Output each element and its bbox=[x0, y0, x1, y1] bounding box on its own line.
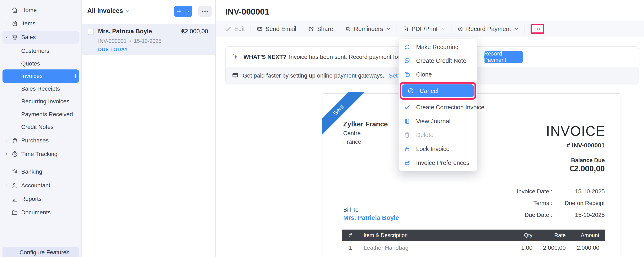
menu-item-lock-invoice[interactable]: Lock Invoice bbox=[399, 142, 477, 156]
credit-note-icon bbox=[404, 57, 411, 64]
company-address-line: France bbox=[343, 138, 388, 145]
sidebar-item-home[interactable]: Home bbox=[0, 4, 82, 16]
home-icon bbox=[11, 7, 18, 14]
configure-features-label: Configure Features bbox=[20, 249, 70, 256]
pdf-file-icon bbox=[402, 26, 409, 32]
bill-to-name-link[interactable]: Mrs. Patricia Boyle bbox=[343, 214, 399, 221]
sidebar-item-quotes[interactable]: Quotes bbox=[0, 58, 82, 70]
sidebar-item-sales-receipts[interactable]: Sales Receipts bbox=[0, 83, 82, 95]
menu-item-invoice-preferences[interactable]: Invoice Preferences bbox=[399, 156, 477, 170]
send-email-button[interactable]: Send Email bbox=[256, 26, 296, 33]
trash-icon bbox=[404, 131, 411, 138]
invoice-amount: €2.000,00 bbox=[181, 28, 208, 35]
list-more-button[interactable] bbox=[198, 6, 212, 17]
record-payment-icon bbox=[457, 26, 464, 32]
sidebar-item-label: Sales Receipts bbox=[21, 86, 60, 92]
sidebar-item-items[interactable]: Items bbox=[0, 18, 82, 29]
bill-to-label: Bill To bbox=[343, 206, 358, 213]
sidebar-item-reports[interactable]: Reports bbox=[0, 193, 82, 205]
plus-icon[interactable] bbox=[174, 6, 184, 17]
reports-icon bbox=[11, 195, 18, 202]
sidebar-item-label: Credit Notes bbox=[21, 124, 54, 130]
cancel-highlight-box: Cancel bbox=[400, 82, 476, 100]
chevron-right-icon[interactable] bbox=[4, 22, 9, 26]
invoice-list-item[interactable]: Mrs. Patricia Boyle €2.000,00 INV-000001… bbox=[82, 24, 215, 55]
sidebar-item-customers[interactable]: Customers bbox=[0, 45, 82, 57]
payment-gateway-icon bbox=[232, 72, 239, 79]
menu-item-make-recurring[interactable]: Make Recurring bbox=[399, 40, 477, 54]
chevron-down-icon bbox=[514, 27, 519, 31]
sidebar-item-label: Quotes bbox=[21, 60, 40, 67]
sidebar-item-purchases[interactable]: Purchases bbox=[0, 135, 82, 146]
sidebar-item-recurring-invoices[interactable]: Recurring Invoices bbox=[0, 96, 82, 107]
sidebar-item-credit-notes[interactable]: Credit Notes bbox=[0, 121, 82, 133]
row-checkbox[interactable] bbox=[88, 29, 94, 35]
invoice-date: 15-10-2025 bbox=[134, 38, 162, 44]
item-name: Leather Handbag bbox=[357, 244, 501, 251]
company-address-line: Centre bbox=[343, 130, 388, 137]
list-header: All Invoices bbox=[82, 0, 215, 24]
add-invoice-icon[interactable] bbox=[72, 73, 78, 79]
sidebar-item-sales[interactable]: Sales bbox=[2, 31, 79, 44]
make-recurring-icon bbox=[404, 44, 411, 51]
chevron-down-icon[interactable] bbox=[4, 35, 9, 39]
chevron-down-icon bbox=[441, 27, 446, 31]
edit-button[interactable]: Edit bbox=[226, 26, 245, 33]
sidebar-item-payments-received[interactable]: Payments Received bbox=[0, 109, 82, 120]
balance-due-value: €2.000,00 bbox=[570, 164, 605, 173]
invoice-number: INV-000001 bbox=[98, 38, 126, 44]
chevron-right-icon[interactable] bbox=[4, 138, 9, 143]
record-payment-menu-button[interactable]: Record Payment bbox=[457, 26, 519, 33]
more-actions-button-highlighted[interactable] bbox=[530, 24, 544, 34]
clone-icon bbox=[404, 71, 411, 78]
list-filter-dropdown[interactable]: All Invoices bbox=[87, 7, 130, 15]
divider bbox=[396, 25, 397, 33]
gateways-text: Get paid faster by setting up online pay… bbox=[243, 72, 384, 79]
document-title: INVOICE bbox=[546, 123, 605, 139]
sidebar: Home Items Sales Customers Quotes Invoic… bbox=[0, 0, 82, 257]
due-date-row: Due Date : 15-10-2025 bbox=[463, 212, 605, 218]
items-bag-icon bbox=[11, 20, 18, 27]
pdf-print-button[interactable]: PDF/Print bbox=[402, 26, 446, 33]
configure-features-button[interactable]: Configure Features bbox=[2, 246, 79, 257]
chevron-right-icon bbox=[64, 249, 70, 255]
chevron-right-icon[interactable] bbox=[4, 152, 9, 156]
divider bbox=[550, 25, 550, 33]
whats-next-label: WHAT'S NEXT? bbox=[244, 54, 286, 60]
divider bbox=[215, 0, 216, 257]
record-payment-button[interactable]: Record Payment bbox=[484, 51, 523, 63]
sidebar-item-invoices[interactable]: Invoices bbox=[2, 70, 79, 83]
sidebar-item-accountant[interactable]: Accountant bbox=[0, 180, 82, 191]
chevron-down-icon[interactable] bbox=[184, 6, 192, 17]
sidebar-item-label: Reports bbox=[21, 196, 42, 202]
share-icon bbox=[308, 26, 314, 32]
sidebar-item-time-tracking[interactable]: Time Tracking bbox=[0, 148, 82, 160]
cancel-icon bbox=[407, 87, 414, 94]
balance-due-label: Balance Due bbox=[571, 157, 605, 164]
chevron-down-icon bbox=[386, 27, 391, 31]
pencil-icon bbox=[226, 26, 232, 32]
share-button[interactable]: Share bbox=[308, 26, 333, 33]
sidebar-item-label: Invoices bbox=[21, 73, 42, 79]
divider bbox=[250, 25, 251, 33]
menu-item-delete[interactable]: Delete bbox=[399, 128, 477, 142]
sidebar-item-banking[interactable]: Banking bbox=[0, 166, 82, 178]
divider bbox=[451, 25, 452, 33]
menu-item-create-correction-invoice[interactable]: Create Correction Invoice bbox=[399, 100, 477, 114]
menu-item-view-journal[interactable]: View Journal bbox=[399, 114, 477, 128]
sidebar-item-label: Banking bbox=[21, 168, 42, 175]
sidebar-item-documents[interactable]: Documents bbox=[0, 207, 82, 218]
chevron-right-icon[interactable] bbox=[4, 183, 9, 187]
check-icon bbox=[404, 104, 411, 111]
sidebar-item-label: Purchases bbox=[21, 137, 48, 144]
reminders-button[interactable]: Reminders bbox=[345, 26, 391, 33]
menu-item-clone[interactable]: Clone bbox=[399, 68, 477, 81]
sidebar-item-label: Payments Received bbox=[21, 111, 73, 118]
more-actions-dropdown: Make Recurring Create Credit Note Clone … bbox=[398, 39, 478, 171]
preferences-toggles-icon bbox=[404, 159, 411, 166]
chevron-down-icon bbox=[125, 9, 130, 14]
sales-cart-icon bbox=[11, 34, 18, 41]
menu-item-cancel[interactable]: Cancel bbox=[402, 84, 474, 97]
new-invoice-split-button[interactable] bbox=[174, 6, 192, 17]
menu-item-create-credit-note[interactable]: Create Credit Note bbox=[399, 54, 477, 68]
